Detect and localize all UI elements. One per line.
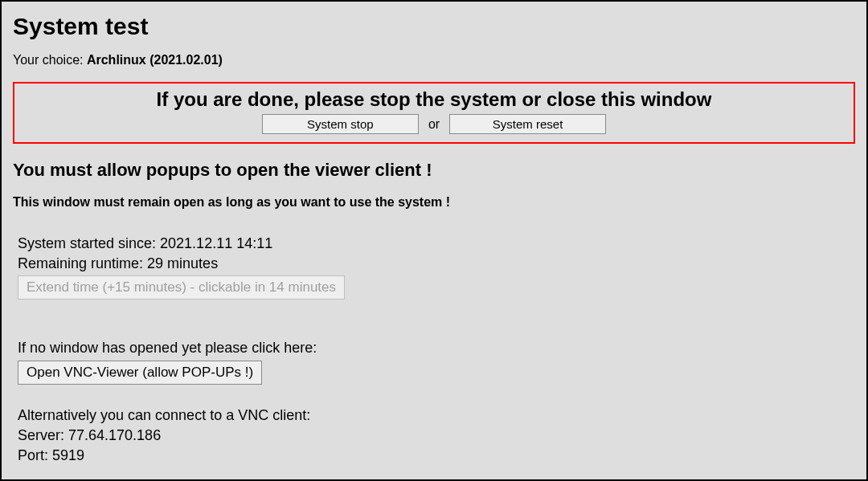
stop-box-heading: If you are done, please stop the system … <box>21 88 847 111</box>
remaining-label: Remaining runtime: <box>18 255 147 271</box>
open-vnc-viewer-button[interactable]: Open VNC-Viewer (allow POP-UPs !) <box>18 361 262 385</box>
choice-label: Your choice: <box>13 53 87 67</box>
server-value: 77.64.170.186 <box>68 427 161 443</box>
extend-time-button: Extend time (+15 minutes) - clickable in… <box>18 275 345 300</box>
port-label: Port: <box>18 447 52 463</box>
system-test-window: System test Your choice: Archlinux (2021… <box>0 0 868 481</box>
started-label: System started since: <box>18 235 160 251</box>
port-line: Port: 5919 <box>18 446 855 466</box>
choice-line: Your choice: Archlinux (2021.02.01) <box>13 53 855 67</box>
alt-connect-text: Alternatively you can connect to a VNC c… <box>18 406 855 426</box>
or-text: or <box>428 117 440 132</box>
vnc-block: If no window has opened yet please click… <box>13 338 855 466</box>
started-value: 2021.12.11 14:11 <box>160 235 272 251</box>
stop-system-box: If you are done, please stop the system … <box>13 82 855 144</box>
vnc-alt-block: Alternatively you can connect to a VNC c… <box>18 406 855 467</box>
choice-value: Archlinux (2021.02.01) <box>87 53 223 67</box>
remaining-line: Remaining runtime: 29 minutes <box>18 254 855 274</box>
port-value: 5919 <box>52 447 84 463</box>
system-stop-button[interactable]: System stop <box>262 114 419 134</box>
system-reset-button[interactable]: System reset <box>449 114 606 134</box>
stop-box-buttons: System stop or System reset <box>21 114 847 134</box>
server-line: Server: 77.64.170.186 <box>18 426 855 446</box>
server-label: Server: <box>18 427 68 443</box>
no-window-text: If no window has opened yet please click… <box>18 338 855 358</box>
remaining-value: 29 minutes <box>147 255 218 271</box>
popup-warning-heading: You must allow popups to open the viewer… <box>13 160 855 181</box>
page-title: System test <box>13 13 855 40</box>
started-line: System started since: 2021.12.11 14:11 <box>18 234 855 254</box>
status-block: System started since: 2021.12.11 14:11 R… <box>13 234 855 300</box>
remain-open-warning: This window must remain open as long as … <box>13 195 855 210</box>
